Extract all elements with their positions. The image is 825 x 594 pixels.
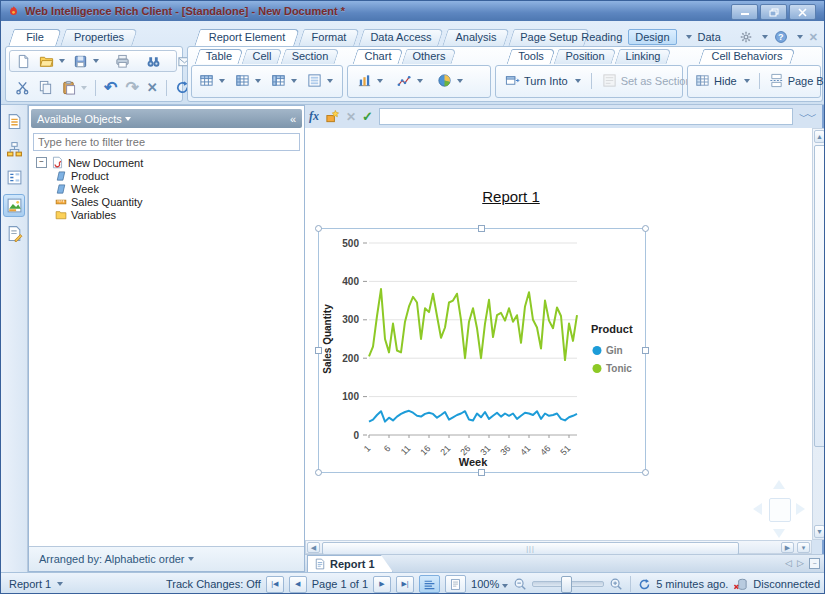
chevron-down-icon[interactable] (797, 35, 803, 39)
tab-report-element[interactable]: Report Element (197, 29, 297, 46)
resize-handle[interactable] (478, 469, 485, 476)
previous-page-button[interactable]: ◀ (289, 576, 307, 593)
arranged-by-bar[interactable]: Arranged by: Alphabetic order (29, 546, 304, 571)
subtab-tools[interactable]: Tools (509, 49, 553, 64)
vertical-scroll-thumb[interactable] (814, 145, 825, 447)
print-button[interactable] (113, 53, 132, 70)
nav-right-icon[interactable] (796, 503, 805, 515)
next-sheet-icon[interactable]: ▷ (797, 558, 804, 568)
zoom-in-icon[interactable] (609, 577, 623, 591)
subtab-cell-behaviors[interactable]: Cell Behaviors (701, 49, 793, 64)
resize-handle[interactable] (642, 347, 649, 354)
page-break-button[interactable]: Page Break (765, 71, 825, 90)
document-summary-button[interactable] (3, 110, 25, 133)
zoom-slider-thumb[interactable] (561, 576, 572, 593)
delete-button[interactable]: ✕ (145, 79, 160, 96)
mode-data[interactable]: Data (698, 31, 721, 43)
subtab-linking[interactable]: Linking (617, 49, 669, 64)
available-objects-button[interactable] (3, 194, 25, 217)
scroll-down-button[interactable]: ▼ (814, 525, 825, 538)
tree-row-variables[interactable]: Variables (29, 208, 302, 221)
resize-handle[interactable] (315, 469, 322, 476)
chevron-down-icon[interactable] (762, 35, 768, 39)
new-document-button[interactable] (14, 53, 33, 70)
subtab-position[interactable]: Position (556, 49, 614, 64)
help-button[interactable]: ? (774, 30, 788, 44)
horizontal-scrollbar[interactable]: ◀ ||| ▶ ▾ (305, 540, 812, 554)
mode-design[interactable]: Design (628, 29, 676, 45)
vertical-scrollbar[interactable]: ▲ ▼ (812, 128, 825, 540)
open-button[interactable] (37, 53, 67, 70)
nav-up-icon[interactable] (773, 480, 785, 489)
add-sheet-icon[interactable]: − (809, 558, 820, 569)
copy-button[interactable] (36, 79, 55, 96)
nav-left-icon[interactable] (753, 503, 762, 515)
set-as-section-button[interactable]: Set as Section (598, 71, 696, 90)
resize-handle[interactable] (315, 347, 322, 354)
resize-handle[interactable] (642, 225, 649, 232)
save-button[interactable] (71, 53, 101, 70)
tree-row-sales-quantity[interactable]: Sales Quantity (29, 195, 302, 208)
insert-vertical-table-button[interactable] (233, 72, 263, 89)
report-selector[interactable]: Report 1 (9, 573, 63, 594)
scroll-left-button[interactable]: ◀ (307, 542, 320, 553)
collapse-panel-icon[interactable]: « (290, 113, 296, 125)
restore-button[interactable] (760, 4, 787, 20)
tree-row-product[interactable]: Product (29, 169, 302, 182)
turn-into-button[interactable]: Turn Into (501, 71, 585, 90)
subtab-chart[interactable]: Chart (355, 49, 401, 64)
report-canvas[interactable]: Report 1 0100200300400500161116212631364… (305, 128, 812, 540)
zoom-slider[interactable] (532, 581, 604, 587)
report-title-cell[interactable]: Report 1 (451, 188, 571, 205)
tree-row-root[interactable]: − New Document (29, 156, 302, 169)
quick-display-mode-button[interactable] (419, 575, 440, 593)
insert-cross-table-button[interactable] (269, 72, 299, 89)
settings-gear-icon[interactable] (739, 30, 753, 44)
insert-horizontal-table-button[interactable] (197, 72, 227, 89)
resize-handle[interactable] (642, 469, 649, 476)
page-mode-button[interactable] (445, 575, 466, 593)
document-structure-button[interactable] (3, 222, 25, 245)
zoom-out-icon[interactable] (513, 577, 527, 591)
tab-data-access[interactable]: Data Access (361, 29, 441, 46)
mode-reading[interactable]: Reading (581, 31, 622, 43)
track-changes-label[interactable]: Track Changes: Off (166, 578, 261, 590)
minimize-button[interactable] (731, 4, 758, 20)
tab-properties[interactable]: Properties (63, 29, 135, 46)
last-page-button[interactable]: ▶| (396, 576, 414, 593)
navigation-map-button[interactable] (3, 138, 25, 161)
collapse-node-icon[interactable]: − (36, 157, 47, 168)
find-button[interactable] (144, 53, 163, 70)
tree-row-week[interactable]: Week (29, 182, 302, 195)
scroll-right-button[interactable]: ▶ (781, 542, 794, 553)
tab-page-setup[interactable]: Page Setup (511, 29, 587, 46)
redo-button[interactable]: ↷ (123, 77, 140, 98)
validate-formula-button[interactable]: ✓ (362, 109, 373, 124)
next-page-button[interactable]: ▶ (373, 576, 391, 593)
split-view-button[interactable]: ▾ (797, 542, 810, 553)
input-controls-button[interactable] (3, 166, 25, 189)
collapse-ribbon-icon[interactable]: ✕ (809, 31, 818, 44)
subtab-cell[interactable]: Cell (244, 49, 280, 64)
resize-handle[interactable] (315, 225, 322, 232)
previous-sheet-icon[interactable]: ◁ (785, 558, 792, 568)
tab-analysis[interactable]: Analysis (445, 29, 507, 46)
tab-file[interactable]: File (11, 29, 59, 46)
tree-filter-input[interactable] (33, 133, 300, 151)
first-page-button[interactable]: |◀ (266, 576, 284, 593)
insert-pie-chart-button[interactable] (435, 72, 465, 89)
create-variable-button[interactable] (325, 109, 340, 124)
cancel-formula-button[interactable]: ✕ (346, 110, 356, 124)
refresh-status-icon[interactable] (638, 578, 651, 591)
expand-formula-bar-icon[interactable]: ﹀﹀ (799, 110, 815, 124)
panel-header[interactable]: Available Objects « (31, 109, 302, 128)
insert-bar-chart-button[interactable] (355, 72, 385, 89)
close-button[interactable] (789, 4, 816, 20)
sheet-tab-report1[interactable]: Report 1 (307, 555, 393, 572)
resize-handle[interactable] (478, 225, 485, 232)
nav-page-icon[interactable] (769, 498, 791, 522)
paste-button[interactable] (59, 79, 89, 96)
scroll-up-button[interactable]: ▲ (814, 130, 825, 143)
formula-input[interactable] (379, 108, 793, 125)
insert-line-chart-button[interactable] (395, 72, 425, 89)
